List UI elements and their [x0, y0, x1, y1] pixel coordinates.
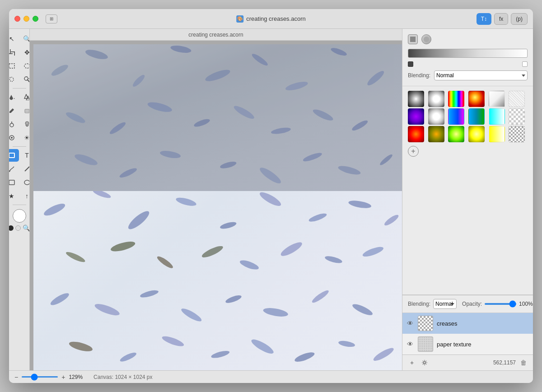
preset-5[interactable] — [489, 91, 505, 107]
layer-blending-label: Blending: — [408, 301, 430, 307]
preset-10[interactable] — [468, 108, 485, 125]
svg-rect-82 — [410, 37, 416, 42]
svg-point-30 — [285, 80, 308, 92]
maximize-button[interactable] — [33, 16, 38, 22]
opacity-label: Opacity: — [462, 301, 482, 307]
layer-settings-button[interactable] — [420, 358, 430, 368]
preset-16[interactable] — [468, 126, 485, 142]
pen-tool[interactable] — [9, 163, 19, 175]
preset-14[interactable] — [428, 126, 444, 142]
move-tool[interactable]: ✥ — [20, 46, 30, 59]
dodge-tool[interactable] — [9, 118, 19, 131]
opacity-slider[interactable] — [485, 303, 516, 305]
preset-17[interactable] — [489, 126, 505, 142]
canvas-top-layer — [33, 44, 402, 191]
background-color[interactable] — [15, 225, 21, 231]
ellipse-draw-tool[interactable] — [20, 176, 30, 189]
minimize-button[interactable] — [23, 16, 29, 22]
svg-point-31 — [330, 47, 348, 57]
close-button[interactable] — [14, 16, 20, 22]
add-layer-button[interactable]: + — [407, 358, 417, 368]
canvas-bottom-layer — [33, 191, 402, 370]
svg-point-35 — [147, 100, 173, 114]
line-tool[interactable] — [20, 163, 30, 175]
preset-4[interactable] — [468, 91, 485, 107]
svg-point-42 — [118, 167, 138, 179]
layer-visibility-paper[interactable]: 👁 — [407, 341, 414, 348]
eraser-tool[interactable] — [20, 104, 30, 117]
crop-tool[interactable] — [9, 46, 19, 59]
clone-stamp-tool[interactable] — [9, 131, 19, 144]
ellipse-select-tool[interactable] — [20, 60, 30, 72]
opacity-value: 100% — [519, 301, 533, 307]
magic-wand-tool[interactable] — [20, 73, 30, 86]
brush-tool[interactable] — [9, 104, 19, 117]
zoom-in-button[interactable]: + — [61, 373, 65, 381]
preset-7[interactable] — [408, 108, 424, 125]
preset-9[interactable] — [448, 108, 464, 125]
svg-point-73 — [351, 302, 374, 317]
svg-point-57 — [383, 213, 400, 227]
preset-12[interactable] — [509, 108, 525, 125]
sidebar-toggle-button[interactable]: ⊞ — [46, 14, 57, 23]
paint-bucket-tool[interactable] — [9, 91, 19, 103]
preset-8[interactable] — [428, 108, 444, 125]
foreground-color[interactable] — [9, 225, 14, 231]
canvas-wrapper: creating creases.acorn — [30, 29, 402, 370]
svg-point-63 — [279, 240, 304, 258]
svg-point-14 — [10, 123, 14, 127]
layer-item-paper-texture[interactable]: 👁 paper texture — [402, 334, 533, 355]
gradient-bar[interactable] — [408, 49, 528, 58]
square-color-btn[interactable] — [408, 34, 418, 44]
preset-13[interactable] — [408, 126, 424, 142]
text-tool-button[interactable]: T↕ — [477, 13, 491, 25]
add-preset-button[interactable]: + — [408, 146, 419, 157]
gradient-stop-left[interactable] — [408, 61, 413, 67]
preset-15[interactable] — [448, 126, 464, 142]
rect-select-tool[interactable] — [9, 60, 19, 72]
svg-point-47 — [337, 164, 361, 177]
gradient-stop-right[interactable] — [522, 61, 528, 67]
brightness-tool[interactable]: ☀ — [20, 131, 30, 144]
circle-color-btn[interactable] — [421, 34, 431, 44]
svg-point-38 — [271, 126, 291, 135]
canvas-inner — [33, 44, 402, 370]
color-swatch[interactable] — [13, 209, 26, 223]
svg-point-24 — [50, 63, 70, 78]
text-tool[interactable]: T — [20, 149, 30, 162]
zoom-tool[interactable]: 🔍 — [20, 33, 30, 45]
smudge-tool[interactable] — [20, 118, 30, 131]
svg-rect-1 — [9, 53, 13, 54]
svg-point-23 — [24, 180, 30, 185]
preset-3[interactable] — [448, 91, 464, 107]
preset-2[interactable] — [428, 91, 444, 107]
titlebar: ⊞ 🎨 creating creases.acorn T↕ fx (p) — [9, 9, 533, 29]
zoom-out-button[interactable]: − — [14, 373, 18, 381]
fx-button[interactable]: fx — [494, 13, 508, 25]
layer-visibility-creases[interactable]: 👁 — [407, 320, 414, 327]
svg-point-66 — [49, 291, 70, 307]
svg-point-71 — [262, 306, 289, 318]
shape-tool[interactable] — [9, 149, 19, 162]
zoom-slider[interactable] — [22, 376, 58, 378]
preset-11[interactable] — [489, 108, 505, 125]
lasso-tool[interactable] — [9, 73, 19, 86]
canvas-background[interactable] — [30, 41, 402, 370]
rect-draw-tool[interactable] — [9, 176, 19, 189]
preset-18[interactable] — [509, 126, 525, 142]
arrow-tool[interactable]: ↑ — [20, 190, 30, 202]
status-bar: − + 129% Canvas: 1024 × 1024 px — [9, 370, 533, 383]
layers-list: 👁 creases 👁 paper texture — [402, 313, 533, 355]
layer-item-creases[interactable]: 👁 creases — [402, 313, 533, 334]
select-tool[interactable]: ↖ — [9, 33, 19, 45]
preset-1[interactable] — [408, 91, 424, 107]
svg-point-53 — [220, 221, 237, 230]
magnify-icon[interactable]: 🔍 — [23, 224, 30, 232]
blending-select-top[interactable]: Normal Multiply Screen Overlay — [434, 70, 528, 80]
delete-layer-button[interactable]: 🗑 — [519, 358, 528, 368]
layer-blending-select[interactable]: Normal Multiply Screen Overlay — [433, 299, 457, 309]
preset-6[interactable] — [509, 91, 525, 107]
star-tool[interactable]: ★ — [9, 190, 19, 202]
p-button[interactable]: (p) — [511, 13, 528, 25]
magic-erase-tool[interactable] — [20, 91, 30, 103]
